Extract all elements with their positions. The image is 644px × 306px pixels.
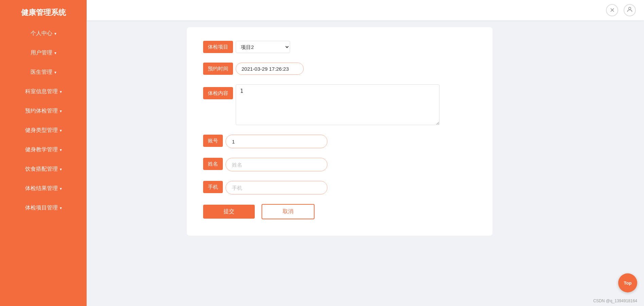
chevron-down-icon: ▾ [60, 128, 62, 133]
sidebar-item-personal-label: 个人中心 [31, 30, 52, 37]
chevron-down-icon: ▾ [60, 148, 62, 152]
name-row: 姓名 [203, 158, 476, 171]
user-button[interactable] [624, 4, 636, 16]
sidebar-item-user-mgmt[interactable]: 用户管理 ▾ [0, 43, 87, 63]
sidebar-item-fitness-type-mgmt[interactable]: 健身类型管理 ▾ [0, 121, 87, 140]
sidebar-item-doctor-mgmt[interactable]: 医生管理 ▾ [0, 63, 87, 82]
appointment-time-value[interactable]: 2021-03-29 17:26:23 [236, 63, 304, 75]
csdn-label: CSDN @q_1394918164 [593, 299, 637, 303]
phone-label: 手机 [203, 181, 223, 193]
chevron-down-icon: ▾ [60, 89, 62, 94]
sidebar-item-appointment-mgmt-label: 预约体检管理 [25, 107, 58, 115]
exam-content-label: 体检内容 [203, 87, 233, 99]
chevron-down-icon: ▾ [60, 167, 62, 172]
cancel-button[interactable]: 取消 [262, 204, 315, 219]
sidebar-item-diet-mgmt-label: 饮食搭配管理 [25, 166, 58, 173]
svg-point-0 [629, 7, 631, 10]
sidebar-item-fitness-type-mgmt-label: 健身类型管理 [25, 127, 58, 134]
close-icon: ✕ [610, 6, 615, 14]
sidebar-item-doctor-mgmt-label: 医生管理 [31, 69, 52, 76]
sidebar-item-department-mgmt[interactable]: 科室信息管理 ▾ [0, 82, 87, 101]
sidebar-item-fitness-teach-mgmt-label: 健身教学管理 [25, 146, 58, 153]
main-content: 体检项目 项目2 项目1 项目3 预约时间 2021-03-29 17:26:2… [173, 0, 644, 306]
sidebar-item-exam-result-mgmt[interactable]: 体检结果管理 ▾ [0, 179, 87, 198]
chevron-down-icon: ▾ [60, 206, 62, 210]
sidebar-item-appointment-mgmt[interactable]: 预约体检管理 ▾ [0, 101, 87, 121]
back-to-top-label: Top [624, 280, 632, 286]
account-label: 账号 [203, 135, 223, 147]
exam-content-row: 体检内容 1 [203, 84, 476, 125]
sidebar-item-diet-mgmt[interactable]: 饮食搭配管理 ▾ [0, 159, 87, 179]
sidebar-item-exam-project-mgmt-label: 体检项目管理 [25, 204, 58, 211]
topbar: ✕ [87, 0, 644, 20]
exam-project-label: 体检项目 [203, 41, 233, 53]
button-row: 提交 取消 [203, 204, 476, 219]
app-title: 健康管理系统 [0, 0, 87, 24]
exam-project-select[interactable]: 项目2 项目1 项目3 [236, 41, 290, 53]
appointment-time-row: 预约时间 2021-03-29 17:26:23 [203, 63, 476, 75]
exam-project-row: 体检项目 项目2 项目1 项目3 [203, 41, 476, 53]
submit-button[interactable]: 提交 [203, 205, 255, 219]
sidebar-item-fitness-teach-mgmt[interactable]: 健身教学管理 ▾ [0, 140, 87, 159]
form-card: 体检项目 项目2 项目1 项目3 预约时间 2021-03-29 17:26:2… [187, 27, 493, 236]
chevron-down-icon: ▾ [60, 186, 62, 191]
sidebar-item-user-mgmt-label: 用户管理 [31, 49, 52, 56]
chevron-down-icon: ▾ [54, 51, 56, 55]
sidebar-item-exam-project-mgmt[interactable]: 体检项目管理 ▾ [0, 198, 87, 218]
phone-row: 手机 [203, 181, 476, 194]
name-input[interactable] [226, 158, 327, 171]
exam-content-textarea[interactable]: 1 [236, 84, 440, 125]
close-button[interactable]: ✕ [606, 4, 618, 16]
account-input[interactable] [226, 135, 327, 148]
sidebar: 健康管理系统 个人中心 ▾ 用户管理 ▾ 医生管理 ▾ 科室信息管理 ▾ 预约体… [0, 0, 87, 306]
sidebar-item-department-mgmt-label: 科室信息管理 [25, 88, 58, 95]
appointment-time-label: 预约时间 [203, 63, 233, 75]
phone-input[interactable] [226, 181, 327, 194]
back-to-top-button[interactable]: Top [618, 273, 637, 292]
chevron-down-icon: ▾ [60, 109, 62, 114]
sidebar-item-exam-result-mgmt-label: 体检结果管理 [25, 185, 58, 192]
user-icon [626, 6, 633, 15]
chevron-down-icon: ▾ [54, 70, 56, 75]
chevron-down-icon: ▾ [54, 31, 56, 36]
name-label: 姓名 [203, 158, 223, 170]
sidebar-item-personal[interactable]: 个人中心 ▾ [0, 24, 87, 43]
account-row: 账号 [203, 135, 476, 148]
